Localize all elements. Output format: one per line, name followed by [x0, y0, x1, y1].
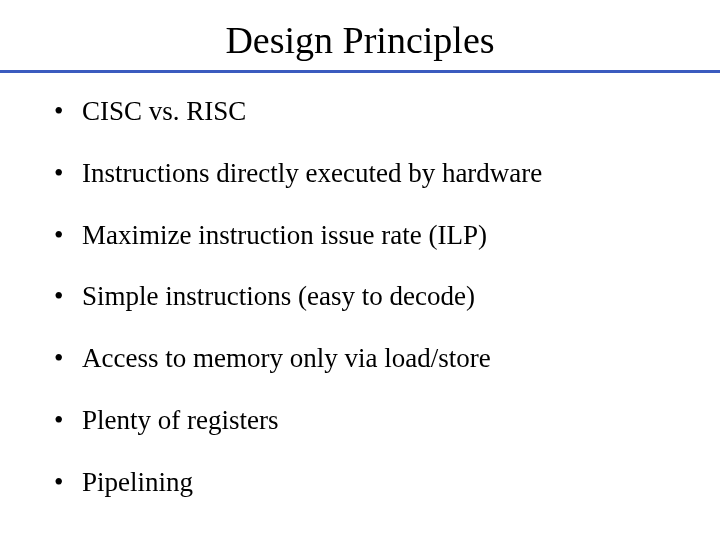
list-item: CISC vs. RISC — [54, 95, 690, 129]
list-item: Maximize instruction issue rate (ILP) — [54, 219, 690, 253]
bullet-list: CISC vs. RISC Instructions directly exec… — [30, 95, 690, 499]
list-item: Plenty of registers — [54, 404, 690, 438]
slide-title: Design Principles — [30, 18, 690, 62]
list-item: Pipelining — [54, 466, 690, 500]
list-item: Simple instructions (easy to decode) — [54, 280, 690, 314]
slide: Design Principles CISC vs. RISC Instruct… — [0, 0, 720, 540]
list-item: Instructions directly executed by hardwa… — [54, 157, 690, 191]
list-item: Access to memory only via load/store — [54, 342, 690, 376]
title-underline — [0, 70, 720, 73]
